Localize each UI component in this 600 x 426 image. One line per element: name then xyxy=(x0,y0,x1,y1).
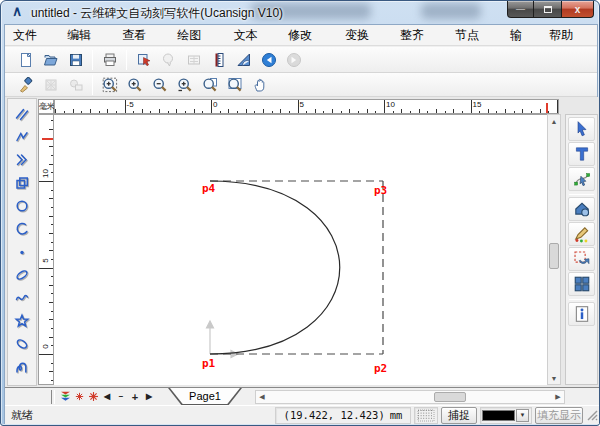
protractor-button[interactable] xyxy=(231,49,256,71)
ruler-tick xyxy=(51,311,54,312)
multi-polyline-tool-icon xyxy=(14,152,30,168)
zoom-all-button[interactable] xyxy=(222,74,247,96)
minimize-button[interactable]: — xyxy=(507,1,534,18)
menu-item-b[interactable]: 变换(B) xyxy=(337,25,392,46)
star-tool-button[interactable] xyxy=(10,309,34,332)
ruler-tick xyxy=(237,111,238,114)
horizontal-scrollbar[interactable]: ◀ ▶ xyxy=(255,390,565,404)
color-dropdown-button[interactable]: ▼ xyxy=(516,409,529,422)
pen-color-picker[interactable]: ▼ xyxy=(480,407,532,424)
pagebar-splitter[interactable] xyxy=(51,390,55,404)
vertical-scrollbar[interactable]: ▲ ▼ xyxy=(547,114,561,385)
select-arrow-button[interactable] xyxy=(568,117,595,141)
ruler-tick xyxy=(531,111,532,114)
ruler-tick xyxy=(142,109,143,113)
chevron-down-icon: ▼ xyxy=(520,412,526,418)
zoom-window-button[interactable] xyxy=(97,74,122,96)
callout-icon xyxy=(161,52,177,68)
menu-item-[interactable]: 输出 xyxy=(502,25,541,46)
sun-large-button[interactable] xyxy=(86,390,100,404)
grid-toggle[interactable] xyxy=(414,407,438,424)
pan-hand-button[interactable] xyxy=(247,74,272,96)
snap-button[interactable]: 捕捉 xyxy=(441,407,477,424)
scroll-left-icon[interactable]: ◀ xyxy=(256,391,268,403)
brush-button[interactable] xyxy=(13,74,38,96)
ruler-tick xyxy=(49,250,53,251)
bezier-curve[interactable] xyxy=(210,181,340,354)
info-button[interactable] xyxy=(568,302,595,326)
shape-builder-button[interactable] xyxy=(568,197,595,221)
maximize-icon xyxy=(544,6,552,13)
new-page-button[interactable] xyxy=(13,49,38,71)
sun-small-button[interactable] xyxy=(72,390,86,404)
arc-tool-button[interactable] xyxy=(10,217,34,240)
scroll-up-icon[interactable]: ▲ xyxy=(548,115,560,127)
shape-builder-icon xyxy=(573,200,591,218)
multi-polyline-tool-button[interactable] xyxy=(10,148,34,171)
protractor-icon xyxy=(236,52,252,68)
zoom-page-button[interactable] xyxy=(197,74,222,96)
fill-display-button[interactable]: 填充显示 xyxy=(535,407,583,424)
rectangle-tool-button[interactable] xyxy=(10,171,34,194)
import-select-button[interactable] xyxy=(131,49,156,71)
vertical-scroll-thumb[interactable] xyxy=(549,243,559,269)
next-page-button[interactable]: ▶ xyxy=(142,390,156,404)
ruler-tick xyxy=(427,111,428,114)
oblique-ellipse-tool-button[interactable] xyxy=(10,263,34,286)
toolbar-separator xyxy=(92,75,93,95)
ruler-tick xyxy=(436,109,437,113)
ruler-tick xyxy=(49,319,53,320)
menu-item-a[interactable]: 整齐(A) xyxy=(392,25,447,46)
oblique-circle-tool-button[interactable] xyxy=(10,332,34,355)
print-button[interactable] xyxy=(97,49,122,71)
ruler-tick xyxy=(64,111,65,114)
menu-item-f[interactable]: 文件(F) xyxy=(5,25,59,46)
menu-item-e[interactable]: 编辑(E) xyxy=(59,25,114,46)
scroll-right-icon[interactable]: ▶ xyxy=(552,391,564,403)
ruler-tool-button[interactable] xyxy=(206,49,231,71)
zoom-out-button[interactable] xyxy=(147,74,172,96)
back-arrow-button[interactable] xyxy=(256,49,281,71)
save-floppy-icon xyxy=(68,52,84,68)
prev-page-button[interactable]: ◀ xyxy=(100,390,114,404)
line-tool-button[interactable] xyxy=(10,102,34,125)
ruler-tick xyxy=(367,109,368,113)
menu-item-k[interactable]: 节点(K) xyxy=(447,25,502,46)
ellipse-tool-button[interactable] xyxy=(10,194,34,217)
menu-item-v[interactable]: 查看(V) xyxy=(114,25,169,46)
zoom-in-button[interactable] xyxy=(122,74,147,96)
draw-pencil-button[interactable] xyxy=(568,222,595,246)
layer-order-button[interactable] xyxy=(58,390,72,404)
save-floppy-button[interactable] xyxy=(63,49,88,71)
ruler-tick xyxy=(39,354,53,355)
close-button[interactable]: x xyxy=(561,1,594,18)
menu-item-g[interactable]: 绘图(G) xyxy=(169,25,225,46)
ruler-tick xyxy=(176,109,177,113)
title-bar[interactable]: ∧ untitled - 云维碑文自动刻写软件(Ucansign V10) — … xyxy=(1,1,599,23)
node-edit-button[interactable] xyxy=(568,167,595,191)
curve-tool-button[interactable] xyxy=(10,286,34,309)
scroll-down-icon[interactable]: ▼ xyxy=(548,372,560,384)
spiral-tool-button[interactable] xyxy=(10,355,34,378)
menu-item-m[interactable]: 修改(M) xyxy=(280,25,337,46)
polyline-tool-button[interactable] xyxy=(10,125,34,148)
drawing-canvas[interactable]: p1p2p3p4 xyxy=(54,114,547,385)
tile-view-button[interactable] xyxy=(568,272,595,296)
add-page-button[interactable]: + xyxy=(128,390,142,404)
open-folder-button[interactable] xyxy=(38,49,63,71)
ruler-tick xyxy=(289,111,290,114)
text-tool-button[interactable] xyxy=(568,142,595,166)
collapse-button[interactable]: − xyxy=(114,390,128,404)
zoom-dynamic-button[interactable] xyxy=(172,74,197,96)
page-tab[interactable]: Page1 xyxy=(168,388,242,405)
export-selection-button[interactable] xyxy=(568,247,595,271)
ruler-tick xyxy=(133,111,134,114)
resize-grip[interactable] xyxy=(586,408,598,422)
maximize-button[interactable] xyxy=(534,1,561,18)
menu-item-t[interactable]: 文本(T) xyxy=(226,25,280,46)
ruler-tick xyxy=(55,109,56,113)
menu-item-h[interactable]: 帮助(H) xyxy=(541,25,597,46)
pen-color-swatch[interactable] xyxy=(482,410,515,421)
point-tool-button[interactable] xyxy=(10,240,34,263)
horizontal-scroll-thumb[interactable] xyxy=(434,392,466,402)
